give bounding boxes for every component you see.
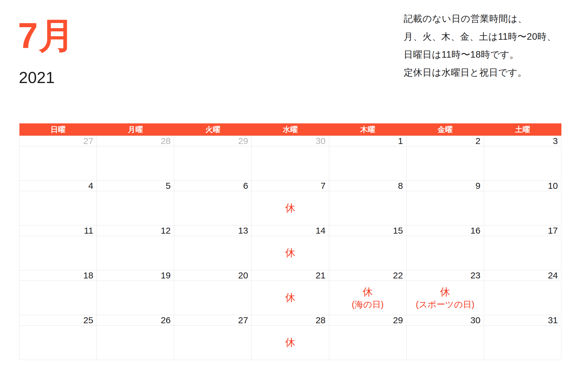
calendar-body: 2728293012345678910休11121314151617休18192… (19, 136, 561, 360)
day-number-cell: 31 (484, 315, 561, 325)
weekday-header-cell: 日曜 (19, 123, 97, 136)
day-content-cell (97, 281, 174, 315)
day-content-cell (19, 191, 97, 225)
day-content-cell (97, 146, 174, 180)
week-content-row: 休 (19, 236, 561, 270)
business-hours-note-line: 月、火、木、金、土は11時〜20時、 (404, 28, 556, 46)
day-number-cell: 5 (97, 180, 174, 191)
day-number-cell: 11 (19, 225, 97, 236)
day-number-cell: 3 (484, 136, 561, 146)
year-label: 2021 (19, 69, 55, 86)
calendar-table: 日曜月曜火曜水曜木曜金曜土曜 2728293012345678910休11121… (19, 123, 561, 360)
day-content-cell (174, 146, 252, 180)
day-content-cell: 休 (252, 325, 329, 360)
day-content-cell (484, 236, 561, 270)
business-hours-note-line: 日曜日は11時〜18時です。 (404, 46, 556, 64)
day-content-cell (19, 236, 97, 270)
day-content-cell (406, 325, 484, 360)
day-content-cell (484, 146, 561, 180)
weekday-header-cell: 金曜 (406, 123, 484, 136)
day-content-cell (97, 191, 174, 225)
week-date-row: 18192021222324 (19, 270, 561, 281)
closed-label: 休 (329, 285, 406, 299)
weekday-header-cell: 月曜 (97, 123, 174, 136)
day-number-cell: 23 (406, 270, 484, 281)
day-number-cell: 28 (252, 315, 329, 325)
day-content-cell (19, 281, 97, 315)
calendar-weekday-header-row: 日曜月曜火曜水曜木曜金曜土曜 (19, 123, 561, 136)
week-date-row: 45678910 (19, 180, 561, 191)
day-content-cell (484, 325, 561, 360)
day-number-cell: 21 (252, 270, 329, 281)
day-content-cell: 休(スポーツの日) (406, 281, 484, 315)
day-number-cell: 14 (252, 225, 329, 236)
day-number-cell: 16 (406, 225, 484, 236)
closed-label: 休 (252, 201, 329, 215)
week-date-row: 11121314151617 (19, 225, 561, 236)
day-content-cell (174, 191, 252, 225)
day-content-cell (406, 236, 484, 270)
day-number-cell: 18 (19, 270, 97, 281)
day-number-cell: 30 (252, 136, 329, 146)
day-content-cell: 休(海の日) (329, 281, 406, 315)
day-number-cell: 30 (406, 315, 484, 325)
weekday-header-cell: 木曜 (329, 123, 406, 136)
weekday-header-cell: 火曜 (174, 123, 252, 136)
day-content-cell (19, 325, 97, 360)
day-number-cell: 1 (329, 136, 406, 146)
week-content-row: 休 (19, 191, 561, 225)
business-hours-note-line: 定休日は水曜日と祝日です。 (404, 64, 556, 82)
day-number-cell: 25 (19, 315, 97, 325)
day-number-cell: 7 (252, 180, 329, 191)
day-number-cell: 2 (406, 136, 484, 146)
week-content-row: 休休(海の日)休(スポーツの日) (19, 281, 561, 315)
day-number-cell: 8 (329, 180, 406, 191)
day-content-cell (97, 325, 174, 360)
day-number-cell: 19 (97, 270, 174, 281)
day-number-cell: 27 (19, 136, 97, 146)
closed-label: 休 (407, 285, 484, 299)
day-content-cell: 休 (252, 191, 329, 225)
day-number-cell: 13 (174, 225, 252, 236)
day-number-cell: 28 (97, 136, 174, 146)
day-number-cell: 29 (174, 136, 252, 146)
closed-label: 休 (252, 291, 329, 304)
day-content-cell (329, 325, 406, 360)
day-content-cell (97, 236, 174, 270)
day-number-cell: 24 (484, 270, 561, 281)
day-number-cell: 22 (329, 270, 406, 281)
week-content-row: 休 (19, 325, 561, 360)
day-content-cell (406, 191, 484, 225)
day-number-cell: 17 (484, 225, 561, 236)
week-content-row (19, 146, 561, 180)
weekday-header-cell: 土曜 (484, 123, 561, 136)
day-number-cell: 9 (406, 180, 484, 191)
closed-label: 休 (252, 336, 329, 349)
day-content-cell (329, 146, 406, 180)
day-content-cell (484, 191, 561, 225)
month-title: 7月 (18, 17, 75, 53)
week-date-row: 25262728293031 (19, 315, 561, 325)
day-content-cell: 休 (252, 281, 329, 315)
week-date-row: 27282930123 (19, 136, 561, 146)
day-content-cell (329, 236, 406, 270)
holiday-name-label: (スポーツの日) (407, 299, 484, 310)
day-number-cell: 12 (97, 225, 174, 236)
day-number-cell: 10 (484, 180, 561, 191)
closed-label: 休 (252, 246, 329, 260)
business-hours-note-line: 記載のない日の営業時間は、 (404, 10, 556, 28)
day-number-cell: 4 (19, 180, 97, 191)
day-number-cell: 26 (97, 315, 174, 325)
day-number-cell: 29 (329, 315, 406, 325)
day-content-cell (174, 236, 252, 270)
weekday-header-cell: 水曜 (252, 123, 329, 136)
day-number-cell: 20 (174, 270, 252, 281)
day-content-cell (19, 146, 97, 180)
day-number-cell: 15 (329, 225, 406, 236)
day-content-cell (484, 281, 561, 315)
business-hours-note: 記載のない日の営業時間は、 月、火、木、金、土は11時〜20時、 日曜日は11時… (404, 10, 556, 82)
day-number-cell: 6 (174, 180, 252, 191)
day-content-cell (174, 281, 252, 315)
day-content-cell (329, 191, 406, 225)
day-content-cell (252, 146, 329, 180)
